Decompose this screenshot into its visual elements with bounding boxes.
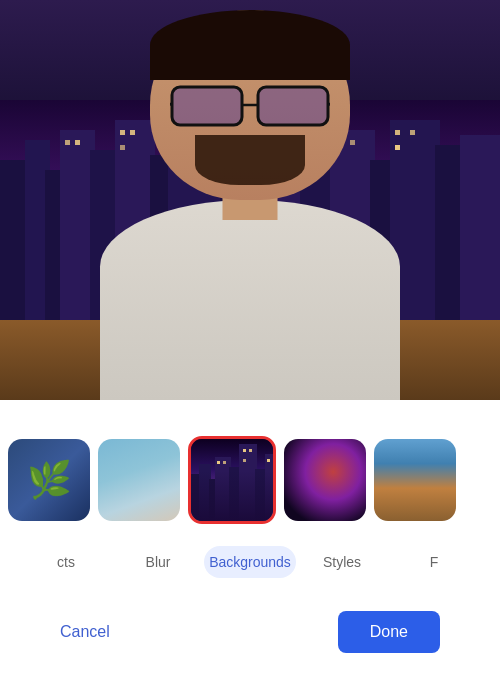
thumbnail-space[interactable] [284,439,366,521]
thumbnail-strip [0,432,500,527]
video-preview [0,0,500,400]
tab-blur[interactable]: Blur [112,546,204,578]
svg-rect-42 [215,457,231,524]
person-beard [195,135,305,185]
thumbnail-indoor[interactable] [374,439,456,521]
svg-rect-48 [223,461,226,464]
person-body [100,200,400,400]
tab-navigation: cts Blur Backgrounds Styles F [0,537,500,587]
svg-rect-39 [191,474,201,524]
svg-rect-51 [243,459,246,462]
svg-rect-17 [460,135,500,320]
person-head [150,10,350,200]
svg-rect-33 [172,87,242,125]
svg-rect-46 [265,454,276,524]
tab-backgrounds[interactable]: Backgrounds [204,546,296,578]
svg-rect-43 [229,467,241,524]
svg-rect-40 [199,464,211,524]
svg-rect-44 [239,444,257,524]
tab-effects[interactable]: cts [20,546,112,578]
tab-more[interactable]: F [388,546,480,578]
svg-rect-45 [255,469,267,524]
thumbnail-leaves[interactable] [8,439,90,521]
done-button[interactable]: Done [338,611,440,653]
svg-rect-50 [249,449,252,452]
svg-rect-52 [267,459,270,462]
svg-rect-34 [258,87,328,125]
svg-rect-29 [65,140,70,145]
svg-rect-38 [191,439,276,524]
svg-rect-47 [217,461,220,464]
bottom-actions: Cancel Done [0,602,500,662]
person-glasses [170,85,330,130]
person-preview [80,40,420,400]
tab-styles[interactable]: Styles [296,546,388,578]
svg-rect-49 [243,449,246,452]
cancel-button[interactable]: Cancel [60,623,110,641]
svg-rect-41 [209,479,217,524]
person-hair [150,10,350,80]
thumbnail-blur[interactable] [98,439,180,521]
thumbnail-city-selected[interactable] [188,436,276,524]
